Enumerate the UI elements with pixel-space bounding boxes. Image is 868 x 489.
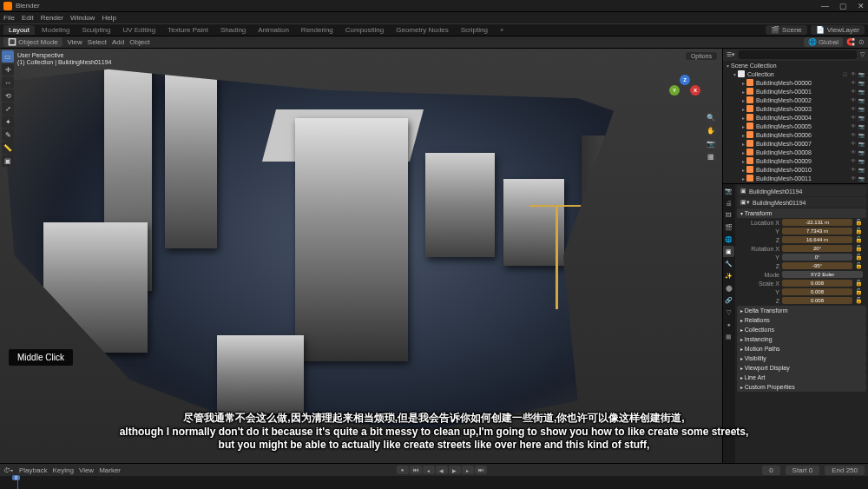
end-frame[interactable]: End 250	[825, 466, 865, 475]
persp-icon[interactable]: ▦	[705, 150, 717, 162]
loc-z[interactable]: 16.644 m	[782, 236, 852, 243]
menu-help[interactable]: Help	[102, 14, 115, 22]
timeline-track[interactable]	[0, 476, 868, 489]
tool-cursor[interactable]: ✛	[2, 63, 14, 76]
tab-geonodes[interactable]: Geometry Nodes	[391, 25, 453, 35]
lock-icon[interactable]: 🔓	[855, 245, 863, 252]
tool-measure[interactable]: 📏	[2, 142, 14, 154]
menu-file[interactable]: File	[3, 14, 15, 22]
zoom-icon[interactable]: 🔍	[705, 111, 717, 123]
menu-edit[interactable]: Edit	[22, 14, 34, 22]
current-frame[interactable]: 0	[762, 466, 779, 475]
jump-start-icon[interactable]: ⏮	[410, 466, 422, 474]
menu-add[interactable]: Add	[112, 38, 124, 46]
menu-select[interactable]: Select	[88, 38, 107, 46]
tab-uv[interactable]: UV Editing	[117, 25, 161, 35]
mode-dropdown[interactable]: 🔳 Object Mode	[3, 37, 62, 47]
ptab-constraint-icon[interactable]: 🔗	[723, 294, 734, 306]
filter-icon[interactable]: ▽	[860, 51, 865, 58]
ptab-viewlayer-icon[interactable]: 🖼	[723, 209, 734, 221]
outliner-item[interactable]: ▸BuildingMesh-00009👁📷	[723, 156, 868, 165]
tab-shading[interactable]: Shading	[215, 25, 251, 35]
section-visibility[interactable]: Visibility	[737, 354, 866, 363]
lock-icon[interactable]: 🔓	[855, 280, 863, 287]
tab-modeling[interactable]: Modeling	[36, 25, 75, 35]
keyframe-prev-icon[interactable]: ◂	[423, 466, 435, 474]
tab-animation[interactable]: Animation	[253, 25, 294, 35]
timeline-editor-icon[interactable]: ⏱▾	[3, 466, 14, 474]
axis-x-icon[interactable]: X	[690, 85, 700, 96]
outliner-item[interactable]: ▸BuildingMesh-00003👁📷	[723, 104, 868, 113]
snap-icon[interactable]: 🧲	[846, 38, 855, 46]
outliner-item[interactable]: ▸BuildingMesh-00006👁📷	[723, 130, 868, 139]
tab-scripting[interactable]: Scripting	[456, 25, 493, 35]
rot-y[interactable]: 0°	[782, 254, 852, 261]
outliner-item[interactable]: ▸BuildingMesh-00001👁📷	[723, 87, 868, 96]
scale-y[interactable]: 0.008	[782, 288, 852, 295]
section-collections[interactable]: Collections	[737, 325, 866, 334]
orientation-dropdown[interactable]: 🌐 Global	[804, 37, 843, 47]
outliner-mode-icon[interactable]: ☰▾	[727, 51, 735, 58]
viewlayer-selector[interactable]: 📄 ViewLayer	[811, 25, 865, 35]
tl-view[interactable]: View	[79, 466, 94, 474]
tab-sculpting[interactable]: Sculpting	[77, 25, 116, 35]
tool-annotate[interactable]: ✎	[2, 129, 14, 141]
section-relations[interactable]: Relations	[737, 315, 866, 325]
ptab-material-icon[interactable]: ●	[723, 319, 734, 330]
rot-x[interactable]: 20°	[782, 245, 852, 252]
start-frame[interactable]: Start 0	[786, 466, 820, 475]
ptab-output-icon[interactable]: 🖨	[723, 197, 734, 208]
lock-icon[interactable]: 🔓	[855, 228, 863, 235]
tab-texture[interactable]: Texture Paint	[162, 25, 214, 35]
tab-compositing[interactable]: Compositing	[340, 25, 389, 35]
lock-icon[interactable]: 🔓	[855, 236, 863, 243]
outliner-search[interactable]	[739, 50, 857, 59]
section-motion-paths[interactable]: Motion Paths	[737, 344, 866, 354]
tl-marker[interactable]: Marker	[99, 466, 121, 474]
section-delta-transform[interactable]: Delta Transform	[737, 306, 866, 315]
section-line-art[interactable]: Line Art	[737, 373, 866, 382]
outliner-item[interactable]: ▸BuildingMesh-00008👁📷	[723, 148, 868, 156]
datablock-field[interactable]: ▣▾ BuildingMesh01194	[737, 197, 866, 208]
tool-select[interactable]: ▭	[2, 50, 14, 63]
tl-playback[interactable]: Playback	[19, 466, 47, 474]
outliner-item[interactable]: ▸BuildingMesh-00007👁📷	[723, 139, 868, 148]
camera-icon[interactable]: 📷	[705, 137, 717, 149]
ptab-render-icon[interactable]: 📷	[723, 185, 734, 196]
outliner-item[interactable]: ▸BuildingMesh-00000👁📷	[723, 78, 868, 87]
close-button[interactable]: ✕	[858, 2, 865, 10]
autokey-icon[interactable]: ●	[397, 466, 409, 474]
play-reverse-icon[interactable]: ◀	[436, 466, 448, 474]
scale-x[interactable]: 0.008	[782, 280, 852, 287]
outliner-item[interactable]: ▸BuildingMesh-00005👁📷	[723, 122, 868, 130]
tool-addcube[interactable]: ▣	[2, 155, 14, 167]
ptab-physics-icon[interactable]: ⬤	[723, 282, 734, 294]
loc-x[interactable]: -22.131 m	[782, 219, 852, 226]
menu-object[interactable]: Object	[129, 38, 149, 46]
outliner-item[interactable]: ▸BuildingMesh-00002👁📷	[723, 96, 868, 104]
rot-mode[interactable]: XYZ Euler	[782, 271, 863, 278]
jump-end-icon[interactable]: ⏭	[475, 466, 487, 474]
outliner-item[interactable]: ▸BuildingMesh-00004👁📷	[723, 113, 868, 122]
ptab-particle-icon[interactable]: ✨	[723, 270, 734, 281]
lock-icon[interactable]: 🔓	[855, 288, 863, 295]
scene-selector[interactable]: 🎬 Scene	[766, 25, 807, 35]
menu-render[interactable]: Render	[41, 14, 63, 22]
nav-gizmo[interactable]: Z Y X	[669, 75, 700, 106]
tab-layout[interactable]: Layout	[3, 25, 35, 35]
pan-icon[interactable]: ✋	[705, 124, 717, 136]
viewport-3d[interactable]: User Perspective (1) Collection | Buildi…	[0, 49, 722, 463]
lock-icon[interactable]: 🔓	[855, 254, 863, 261]
section-instancing[interactable]: Instancing	[737, 334, 866, 344]
outliner-scene-collection[interactable]: ▾Scene Collection	[723, 61, 868, 69]
lock-icon[interactable]: 🔓	[855, 262, 863, 269]
section-custom-properties[interactable]: Custom Properties	[737, 382, 866, 392]
tl-keying[interactable]: Keying	[52, 466, 73, 474]
play-icon[interactable]: ▶	[449, 466, 461, 474]
tool-scale[interactable]: ⤢	[2, 102, 14, 115]
ptab-scene-icon[interactable]: 🎬	[723, 221, 734, 233]
ptab-world-icon[interactable]: 🌐	[723, 234, 734, 245]
ptab-object-icon[interactable]: ▣	[723, 246, 734, 257]
minimize-button[interactable]: —	[821, 2, 829, 10]
scale-z[interactable]: 0.008	[782, 297, 852, 304]
